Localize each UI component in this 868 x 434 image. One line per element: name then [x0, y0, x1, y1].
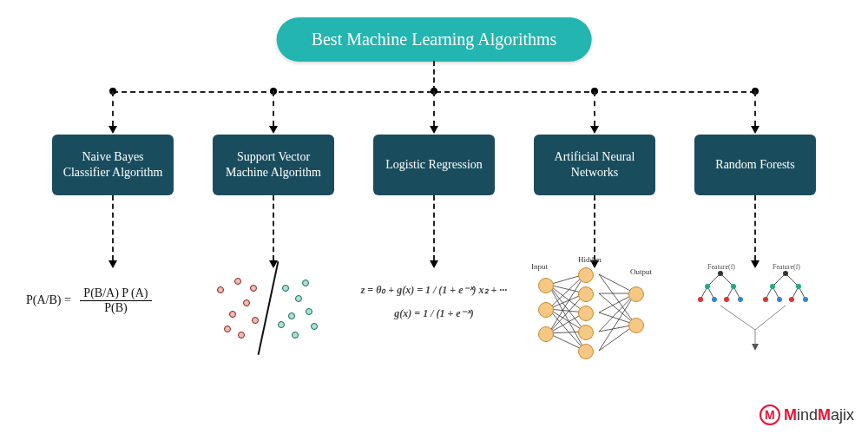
svg-line-26 [720, 273, 733, 286]
node-svm: Support Vector Machine Algorithm [213, 135, 334, 195]
connector [112, 91, 114, 126]
connector [112, 195, 114, 260]
svg-line-39 [786, 273, 799, 286]
feature-label: Feature(f) [773, 263, 800, 271]
connector [594, 195, 595, 260]
formula-lhs: P(A/B) = [26, 293, 71, 306]
node-ann: Artificial Neural Networks [534, 135, 655, 195]
illustration-neural-network: Input Hidden Output [528, 260, 667, 365]
illustration-random-forest: Feature(f) Feature(f) [690, 260, 820, 356]
illustration-bayes-formula: P(A/B) = P(B/A) P (A) P(B) [26, 286, 152, 315]
svg-point-35 [712, 297, 717, 302]
arrowhead-icon [590, 126, 599, 134]
connector [433, 91, 435, 126]
svg-point-36 [724, 297, 729, 302]
connector [594, 91, 595, 126]
svg-point-46 [796, 284, 801, 289]
arrowhead-icon [108, 126, 117, 134]
arrowhead-icon [269, 126, 278, 134]
svg-marker-54 [752, 344, 759, 351]
diagram-canvas: Best Machine Learning Algorithms Naive B… [0, 0, 868, 434]
logo-icon: M [760, 404, 780, 425]
illustration-svm-scatter [208, 269, 339, 347]
fraction: P(B/A) P (A) P(B) [80, 286, 151, 315]
svg-point-50 [803, 297, 808, 302]
svg-line-52 [755, 306, 786, 330]
svg-point-45 [770, 284, 775, 289]
node-naive-bayes: Naive Bayes Classifier Algorithm [52, 135, 174, 195]
connector [433, 61, 435, 91]
feature-label: Feature(f) [707, 263, 735, 271]
separating-line [258, 261, 279, 355]
brand-logo: M MindMajix [760, 404, 854, 425]
svg-point-48 [777, 297, 782, 302]
formula-numerator: P(B/A) P (A) [80, 286, 151, 300]
node-logistic: Logistic Regression [373, 135, 495, 195]
arrowhead-icon [751, 126, 760, 134]
connector [433, 195, 435, 260]
svg-line-51 [720, 306, 755, 330]
arrowhead-icon [108, 260, 117, 268]
svg-point-49 [789, 297, 794, 302]
svg-line-38 [773, 273, 786, 286]
svg-point-47 [763, 297, 768, 302]
formula-line: g(x) = 1 / (1 + e⁻ˣ) [360, 306, 508, 322]
arrowhead-icon [430, 260, 438, 268]
illustration-logistic-formula: z = θ₀ + g(x) = 1 / (1 + e⁻ˣ) x₂ + ··· g… [360, 282, 508, 322]
svg-point-31 [718, 271, 723, 276]
svg-point-34 [698, 297, 703, 302]
title-badge: Best Machine Learning Algorithms [277, 17, 592, 62]
svg-point-32 [705, 284, 710, 289]
connector [273, 195, 274, 260]
formula-denominator: P(B) [101, 301, 130, 315]
node-random-forests: Random Forests [694, 135, 816, 195]
arrowhead-icon [430, 126, 438, 134]
svg-point-33 [731, 284, 736, 289]
svg-point-44 [783, 271, 788, 276]
forest-svg: Feature(f) Feature(f) [690, 260, 820, 356]
formula-line: z = θ₀ + g(x) = 1 / (1 + e⁻ˣ) x₂ + ··· [360, 282, 508, 299]
svg-point-37 [738, 297, 743, 302]
connector [273, 91, 274, 126]
svg-line-25 [707, 273, 720, 286]
connector [754, 91, 756, 126]
connector [754, 195, 756, 260]
logo-text: MindMajix [784, 406, 854, 424]
